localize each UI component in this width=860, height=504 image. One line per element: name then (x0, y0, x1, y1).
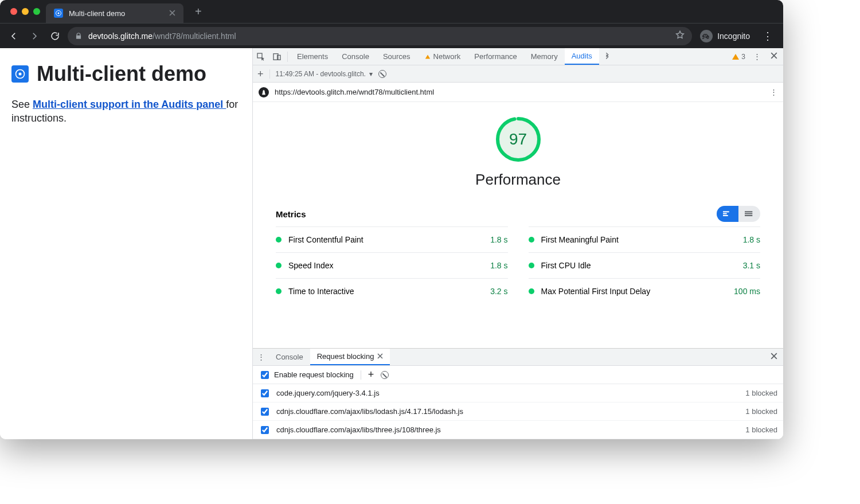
devtools-tab-audits[interactable]: Audits (565, 48, 599, 65)
svg-rect-14 (745, 215, 752, 216)
reload-button[interactable] (47, 28, 63, 44)
metrics-view-compact[interactable] (717, 206, 738, 222)
metric-value: 3.1 s (743, 261, 760, 270)
pattern-checkbox[interactable] (261, 408, 269, 416)
score-value: 97 (495, 116, 542, 163)
metric-value: 1.8 s (490, 235, 507, 244)
pattern-count: 1 blocked (745, 407, 777, 416)
pattern-checkbox[interactable] (261, 389, 269, 397)
divider (361, 370, 361, 380)
browser-tab[interactable]: Multi-client demo (46, 3, 183, 23)
status-dot-icon (529, 237, 534, 243)
audit-url-text: https://devtools.glitch.me/wndt78/multic… (275, 88, 434, 96)
tab-label: Memory (531, 52, 558, 61)
metrics-grid: First Contentful Paint1.8 sSpeed Index1.… (253, 226, 783, 304)
page-viewport: Multi-client demo See Multi-client suppo… (0, 48, 252, 439)
devtools-drawer: ⋮ ConsoleRequest blocking Enable request… (253, 348, 783, 439)
minimize-window-button[interactable] (22, 8, 29, 15)
devtools-tab-console[interactable]: Console (335, 48, 376, 65)
incognito-indicator[interactable]: Incognito (697, 30, 753, 42)
audits-toolbar: + 11:49:25 AM - devtools.glitch. ▾ (253, 65, 783, 83)
incognito-icon (700, 30, 713, 42)
metrics-view-expanded[interactable] (738, 206, 760, 222)
tab-label: Sources (383, 52, 411, 61)
lock-icon (75, 32, 83, 40)
metric-value: 1.8 s (490, 261, 507, 270)
browser-menu-button[interactable]: ⋮ (758, 30, 777, 42)
address-bar[interactable]: devtools.glitch.me/wndt78/multiclient.ht… (68, 27, 692, 45)
blocked-pattern-row: code.jquery.com/jquery-3.4.1.js1 blocked (253, 384, 783, 403)
metric-name: Speed Index (288, 261, 334, 270)
pattern-url: cdnjs.cloudflare.com/ajax/libs/lodash.js… (276, 407, 463, 416)
tab-label: Console (342, 52, 369, 61)
forward-button[interactable] (26, 28, 42, 44)
devtools-menu-button[interactable]: ⋮ (749, 49, 765, 65)
audit-menu-button[interactable]: ⋮ (770, 88, 777, 96)
devtools-tabs: ElementsConsoleSourcesNetworkPerformance… (290, 48, 599, 65)
tab-close-button[interactable] (169, 9, 175, 18)
incognito-label: Incognito (717, 32, 750, 41)
new-tab-button[interactable]: + (189, 2, 208, 21)
svg-point-3 (19, 73, 22, 76)
svg-rect-10 (723, 213, 727, 214)
inspect-element-button[interactable] (253, 49, 269, 65)
bookmark-star-button[interactable] (675, 30, 685, 42)
new-audit-button[interactable]: + (257, 69, 264, 79)
drawer-menu-button[interactable]: ⋮ (253, 349, 269, 365)
metric-name: Time to Interactive (288, 287, 354, 296)
maximize-window-button[interactable] (33, 8, 40, 15)
tab-label: Performance (474, 52, 517, 61)
metric-row: Time to Interactive3.2 s (276, 278, 508, 304)
add-pattern-button[interactable]: + (368, 369, 374, 381)
audit-run-label: 11:49:25 AM - devtools.glitch. (276, 70, 366, 78)
tab-close-button[interactable] (377, 352, 383, 361)
score-category-label: Performance (475, 171, 561, 189)
clear-patterns-button[interactable] (381, 371, 389, 379)
console-warning-badge[interactable]: 3 (729, 53, 749, 61)
more-tabs-button[interactable] (599, 49, 615, 65)
dropdown-caret-icon: ▾ (369, 70, 373, 78)
status-dot-icon (529, 263, 534, 268)
pattern-url: code.jquery.com/jquery-3.4.1.js (276, 389, 380, 397)
status-dot-icon (276, 263, 282, 268)
drawer-tab-console[interactable]: Console (269, 349, 310, 365)
metric-row: First Meaningful Paint1.8 s (529, 226, 761, 252)
close-window-button[interactable] (10, 8, 17, 15)
devtools-tab-elements[interactable]: Elements (290, 48, 335, 65)
enable-blocking-checkbox[interactable] (261, 371, 269, 379)
instructions-link[interactable]: Multi-client support in the Audits panel (33, 99, 226, 110)
devtools-close-button[interactable] (765, 52, 783, 61)
metric-name: First Meaningful Paint (541, 235, 619, 244)
svg-rect-13 (745, 213, 752, 214)
drawer-tab-request-blocking[interactable]: Request blocking (310, 349, 390, 365)
status-dot-icon (276, 237, 282, 243)
pattern-count: 1 blocked (745, 389, 777, 397)
tab-label: Request blocking (317, 352, 374, 361)
devtools-tabstrip: ElementsConsoleSourcesNetworkPerformance… (253, 48, 783, 65)
performance-score: 97 Performance (253, 102, 783, 196)
request-blocking-toolbar: Enable request blocking + (253, 366, 783, 384)
back-button[interactable] (6, 28, 22, 44)
toolbar: devtools.glitch.me/wndt78/multiclient.ht… (0, 23, 783, 48)
audit-url-bar: https://devtools.glitch.me/wndt78/multic… (253, 83, 783, 102)
metric-row: First CPU Idle3.1 s (529, 252, 761, 278)
metrics-view-toggle (717, 206, 760, 222)
enable-blocking-control[interactable]: Enable request blocking (259, 369, 354, 381)
drawer-tabstrip: ⋮ ConsoleRequest blocking (253, 349, 783, 366)
devtools-tab-memory[interactable]: Memory (524, 48, 565, 65)
audit-run-select[interactable]: 11:49:25 AM - devtools.glitch. ▾ (276, 70, 373, 78)
clear-audits-button[interactable] (378, 70, 386, 78)
devtools-tab-sources[interactable]: Sources (376, 48, 417, 65)
metric-value: 100 ms (734, 287, 760, 296)
device-toolbar-button[interactable] (269, 49, 285, 65)
warning-icon (732, 54, 739, 60)
drawer-close-button[interactable] (765, 353, 783, 361)
metric-value: 1.8 s (743, 235, 760, 244)
blocked-patterns-list: code.jquery.com/jquery-3.4.1.js1 blocked… (253, 384, 783, 439)
content-split: Multi-client demo See Multi-client suppo… (0, 48, 783, 439)
warning-icon (425, 54, 429, 58)
devtools-tab-performance[interactable]: Performance (467, 48, 523, 65)
devtools-tab-network[interactable]: Network (417, 48, 468, 65)
pattern-checkbox[interactable] (261, 426, 269, 434)
score-gauge: 97 (495, 116, 542, 163)
